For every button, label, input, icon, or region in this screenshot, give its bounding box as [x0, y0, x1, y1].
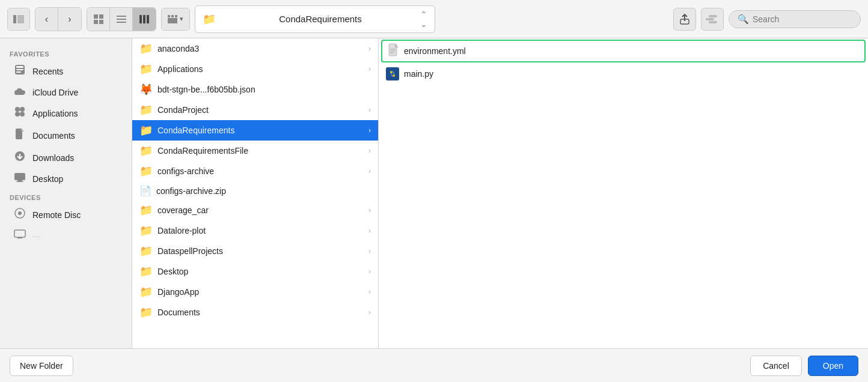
file-item-condaproject[interactable]: 📁 CondaProject ›: [132, 100, 378, 120]
svg-rect-1: [17, 15, 24, 23]
svg-rect-30: [14, 173, 25, 180]
view-buttons: [87, 7, 156, 31]
json-file-icon: 🦊: [139, 83, 153, 96]
file-name: DataspellProjects: [157, 246, 223, 256]
folder-icon: 📁: [139, 204, 153, 217]
chevron-right-icon: ›: [368, 206, 371, 214]
file-item-documents-folder[interactable]: 📁 Documents ›: [132, 302, 378, 323]
sidebar-item-device-2[interactable]: ···: [4, 226, 128, 246]
svg-rect-3: [99, 14, 103, 19]
svg-rect-5: [99, 20, 103, 24]
folder-icon: 📁: [139, 165, 153, 178]
forward-button[interactable]: ›: [58, 8, 81, 31]
file-item-environment-yml[interactable]: environment.yml: [381, 40, 866, 62]
nav-buttons: ‹ ›: [35, 7, 82, 31]
chevron-right-icon: ›: [368, 167, 371, 175]
svg-rect-11: [147, 15, 149, 23]
location-chevron-icon: ⌃⌄: [420, 10, 427, 29]
sidebar-item-documents[interactable]: Documents: [4, 124, 128, 147]
downloads-icon: [13, 151, 26, 165]
file-item-anaconda3[interactable]: 📁 anaconda3 ›: [132, 38, 378, 59]
folder-icon: 📁: [139, 42, 153, 55]
list-view-button[interactable]: [110, 8, 133, 31]
back-button[interactable]: ‹: [35, 8, 58, 31]
location-bar[interactable]: 📁 CondaRequirements ⌃⌄: [195, 5, 435, 33]
desktop-icon: [13, 172, 26, 185]
file-name: DjangoApp: [157, 287, 199, 297]
file-name: CondaRequirements: [157, 126, 234, 135]
file-item-condarequirementsfile[interactable]: 📁 CondaRequirementsFile ›: [132, 141, 378, 161]
folder-icon: 📁: [139, 224, 153, 237]
folder-icon: 📁: [139, 306, 153, 319]
search-icon: 🔍: [738, 14, 749, 25]
sidebar-item-remote-disc[interactable]: Remote Disc: [4, 204, 128, 225]
file-name: anaconda3: [157, 44, 199, 53]
file-item-djangoapp[interactable]: 📁 DjangoApp ›: [132, 282, 378, 302]
file-item-condarequirements[interactable]: 📁 CondaRequirements ›: [132, 120, 378, 141]
file-item-desktop-folder[interactable]: 📁 Desktop ›: [132, 261, 378, 282]
file-name: configs-archive.zip: [156, 186, 226, 196]
svg-rect-15: [168, 18, 177, 23]
svg-rect-23: [16, 71, 21, 73]
file-name: environment.yml: [404, 46, 466, 56]
icloud-icon: [13, 86, 26, 99]
sidebar-item-label: Applications: [32, 109, 78, 118]
sidebar-toggle-button[interactable]: [7, 8, 30, 31]
favorites-section-title: Favorites: [0, 46, 132, 60]
icon-view-button[interactable]: [87, 8, 110, 31]
svg-rect-31: [17, 180, 22, 181]
sidebar-item-label: Downloads: [32, 153, 74, 163]
svg-point-25: [20, 107, 25, 112]
sidebar: Favorites Recents iCloud Drive Applicati…: [0, 38, 132, 348]
svg-rect-6: [117, 16, 126, 17]
file-name: coverage_car: [157, 205, 209, 215]
sidebar-item-label: Remote Disc: [32, 210, 81, 220]
svg-rect-0: [13, 15, 16, 23]
sidebar-item-recents[interactable]: Recents: [4, 61, 128, 82]
sidebar-item-applications[interactable]: Applications: [4, 103, 128, 124]
right-column: environment.yml main.py: [379, 38, 868, 348]
gallery-view-button[interactable]: ▾: [161, 8, 190, 31]
file-item-coverage-car[interactable]: 📁 coverage_car ›: [132, 200, 378, 220]
file-item-configs-archive[interactable]: 📁 configs-archive ›: [132, 161, 378, 181]
folder-icon: 📁: [139, 144, 153, 157]
chevron-right-icon: ›: [368, 106, 371, 114]
column-view-button[interactable]: [133, 8, 156, 31]
svg-rect-40: [390, 52, 394, 53]
folder-icon: 📁: [139, 62, 153, 76]
file-item-bdt-stgn[interactable]: 🦊 bdt-stgn-be...f6b05bb.json: [132, 79, 378, 100]
svg-rect-22: [16, 69, 23, 70]
tags-button[interactable]: [701, 8, 724, 31]
file-item-dataspellprojects[interactable]: 📁 DataspellProjects ›: [132, 241, 378, 261]
svg-rect-39: [390, 50, 396, 52]
file-item-datalore-plot[interactable]: 📁 Datalore-plot ›: [132, 220, 378, 241]
svg-point-26: [15, 112, 20, 117]
cancel-button[interactable]: Cancel: [750, 356, 802, 376]
folder-icon: 📁: [139, 103, 153, 117]
file-name: Desktop: [157, 267, 188, 276]
svg-rect-10: [143, 15, 145, 23]
file-item-applications[interactable]: 📁 Applications ›: [132, 59, 378, 79]
chevron-right-icon: ›: [368, 308, 371, 317]
open-button[interactable]: Open: [808, 356, 858, 376]
sidebar-item-icloud[interactable]: iCloud Drive: [4, 82, 128, 102]
new-folder-button[interactable]: New Folder: [10, 356, 73, 376]
sidebar-item-label: iCloud Drive: [32, 88, 78, 97]
devices-section-title: Devices: [0, 189, 132, 204]
sidebar-item-label: Desktop: [32, 174, 63, 184]
sidebar-item-downloads[interactable]: Downloads: [4, 147, 128, 168]
svg-rect-32: [16, 181, 23, 182]
search-input[interactable]: [753, 14, 843, 24]
sidebar-item-desktop[interactable]: Desktop: [4, 169, 128, 189]
svg-rect-17: [706, 18, 714, 20]
share-button[interactable]: [673, 8, 696, 31]
applications-icon: [13, 106, 26, 120]
folder-icon: 📁: [139, 124, 153, 137]
svg-rect-4: [94, 20, 98, 24]
file-item-configs-archive-zip[interactable]: 📄 configs-archive.zip: [132, 181, 378, 200]
svg-point-24: [15, 107, 20, 112]
file-name: main.py: [404, 69, 433, 79]
svg-rect-14: [175, 15, 177, 17]
file-name: Applications: [157, 64, 203, 74]
file-item-main-py[interactable]: main.py: [379, 64, 868, 84]
